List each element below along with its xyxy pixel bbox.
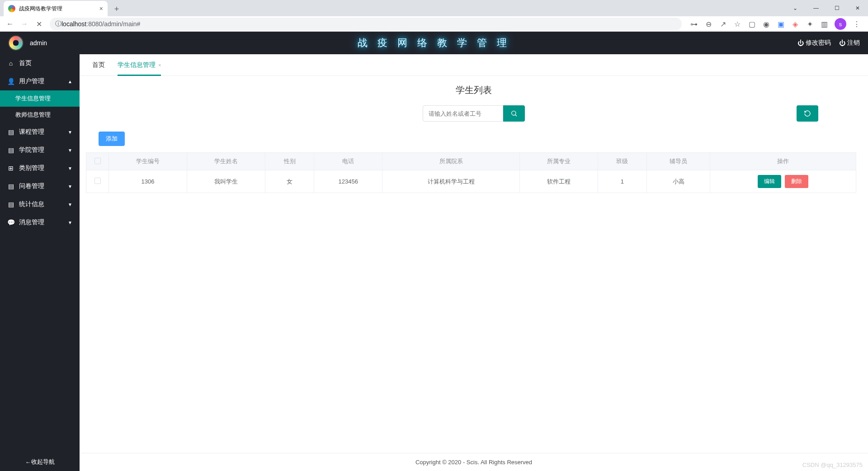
search-input[interactable]	[423, 105, 503, 122]
edit-button[interactable]: 编辑	[758, 175, 781, 188]
chevron-down-icon[interactable]: ⌄	[785, 1, 806, 15]
ext1-icon[interactable]: ▢	[748, 20, 756, 28]
collapse-sidebar-button[interactable]: ← 收起导航	[0, 453, 80, 471]
sidebar-item-label: 用户管理	[19, 77, 44, 85]
stop-button[interactable]: ✕	[33, 18, 45, 30]
select-all-checkbox[interactable]	[94, 158, 101, 164]
sidebar-item-category[interactable]: ⊞ 类别管理 ▼	[0, 159, 80, 177]
change-password-label: 修改密码	[806, 39, 831, 47]
sidebar-item-label: 首页	[19, 59, 32, 67]
share-icon[interactable]: ↗	[719, 20, 727, 28]
minimize-button[interactable]: ―	[806, 1, 826, 15]
info-icon: ⓘ	[55, 20, 61, 28]
menu-icon[interactable]: ⋮	[853, 20, 861, 28]
url-port: :8080	[86, 20, 102, 28]
maximize-button[interactable]: ☐	[826, 1, 847, 15]
sidebar-subitem-student[interactable]: 学生信息管理	[0, 90, 80, 107]
refresh-icon	[804, 110, 811, 117]
sidebar: ⌂ 首页 👤 用户管理 ▲ 学生信息管理 教师信息管理 ▤ 课程管理 ▼ ▤ 学…	[0, 54, 80, 471]
tab-student-info[interactable]: 学生信息管理 ×	[118, 54, 161, 76]
chevron-down-icon: ▼	[68, 202, 72, 207]
sidebar-item-label: 消息管理	[19, 218, 44, 226]
col-name: 学生姓名	[187, 153, 265, 170]
address-bar: ← → ✕ ⓘ localhost :8080 /admin/main# ⊶ ⊖…	[0, 16, 868, 32]
sidebar-item-stats[interactable]: ▤ 统计信息 ▼	[0, 195, 80, 213]
close-tab-icon[interactable]: ×	[99, 5, 103, 12]
close-tab-icon[interactable]: ×	[158, 62, 161, 68]
sidebar-item-label: 教师信息管理	[15, 111, 51, 119]
app-header: admin 战 疫 网 络 教 学 管 理 ⏻ 修改密码 ⏻ 注销	[0, 32, 868, 54]
search-button[interactable]	[503, 105, 525, 122]
tab-home[interactable]: 首页	[92, 54, 105, 76]
close-window-button[interactable]: ✕	[847, 1, 868, 15]
col-major: 所属专业	[519, 153, 598, 170]
col-id: 学生编号	[109, 153, 187, 170]
home-icon: ⌂	[7, 60, 14, 67]
sidebar-item-survey[interactable]: ▤ 问卷管理 ▼	[0, 177, 80, 195]
new-tab-button[interactable]: +	[110, 3, 123, 15]
col-phone: 电话	[314, 153, 382, 170]
sidebar-item-label: 学生信息管理	[15, 94, 51, 103]
url-host: localhost	[61, 20, 86, 28]
cell-phone: 123456	[314, 170, 382, 193]
panel-icon[interactable]: ▥	[820, 20, 828, 28]
profile-avatar[interactable]: s	[835, 18, 846, 30]
doc-icon: ▤	[7, 146, 14, 154]
shield-icon[interactable]: ◈	[791, 20, 799, 28]
user-icon: 👤	[7, 78, 14, 85]
svg-line-1	[515, 115, 517, 116]
browser-chrome: 战疫网络教学管理 × + ⌄ ― ☐ ✕ ← → ✕ ⓘ localhost :…	[0, 0, 868, 32]
footer: Copyright © 2020 - Scis. All Rights Rese…	[80, 453, 868, 471]
app-title: 战 疫 网 络 教 学 管 理	[358, 36, 511, 50]
sidebar-item-label: 问卷管理	[19, 182, 44, 190]
key-icon[interactable]: ⊶	[690, 20, 698, 28]
back-button[interactable]: ←	[4, 18, 16, 30]
zoom-icon[interactable]: ⊖	[704, 20, 712, 28]
power-icon: ⏻	[797, 39, 804, 47]
sidebar-item-messages[interactable]: 💬 消息管理 ▼	[0, 213, 80, 231]
chevron-down-icon: ▼	[68, 148, 72, 153]
sidebar-subitem-teacher[interactable]: 教师信息管理	[0, 107, 80, 123]
delete-button[interactable]: 删除	[785, 175, 808, 188]
sidebar-item-label: 类别管理	[19, 164, 44, 172]
add-button[interactable]: 添加	[99, 132, 125, 146]
browser-tab[interactable]: 战疫网络教学管理 ×	[4, 1, 108, 16]
arrow-left-icon: ←	[25, 459, 31, 466]
sidebar-item-course[interactable]: ▤ 课程管理 ▼	[0, 123, 80, 141]
sidebar-item-user-mgmt[interactable]: 👤 用户管理 ▲	[0, 72, 80, 90]
cell-gender: 女	[265, 170, 314, 193]
extension-icons: ⊶ ⊖ ↗ ☆ ▢ ◉ ▣ ◈ ✦ ▥ s ⋮	[686, 18, 864, 30]
username-label: admin	[30, 39, 47, 47]
table-header-row: 学生编号 学生姓名 性别 电话 所属院系 所属专业 班级 辅导员 操作	[86, 153, 856, 170]
forward-button[interactable]: →	[18, 18, 31, 30]
plus-icon: ⊞	[7, 165, 14, 172]
sidebar-item-college[interactable]: ▤ 学院管理 ▼	[0, 141, 80, 159]
refresh-button[interactable]	[797, 105, 818, 122]
logo-icon	[8, 35, 24, 51]
logout-button[interactable]: ⏻ 注销	[839, 39, 860, 47]
star-icon[interactable]: ☆	[733, 20, 741, 28]
cell-tutor: 小高	[646, 170, 710, 193]
doc-icon: ▤	[7, 201, 14, 208]
chat-icon: 💬	[7, 219, 14, 226]
row-checkbox[interactable]	[94, 178, 101, 184]
doc-icon: ▤	[7, 128, 14, 136]
puzzle-icon[interactable]: ✦	[806, 20, 814, 28]
search-icon	[510, 110, 518, 117]
chevron-up-icon: ▲	[68, 79, 72, 84]
tab-title: 战疫网络教学管理	[19, 5, 62, 13]
logout-label: 注销	[847, 39, 860, 47]
cell-major: 软件工程	[519, 170, 598, 193]
search-row	[80, 102, 868, 130]
chevron-down-icon: ▼	[68, 220, 72, 225]
sidebar-item-home[interactable]: ⌂ 首页	[0, 54, 80, 72]
chevron-down-icon: ▼	[68, 130, 72, 135]
url-field[interactable]: ⓘ localhost :8080 /admin/main#	[50, 18, 682, 30]
cell-ops: 编辑 删除	[710, 170, 856, 193]
image-icon[interactable]: ▣	[777, 20, 785, 28]
change-password-button[interactable]: ⏻ 修改密码	[797, 39, 831, 47]
sidebar-item-label: 统计信息	[19, 200, 44, 208]
tab-label: 学生信息管理	[118, 61, 156, 69]
camera-icon[interactable]: ◉	[762, 20, 770, 28]
window-controls: ⌄ ― ☐ ✕	[785, 0, 868, 16]
